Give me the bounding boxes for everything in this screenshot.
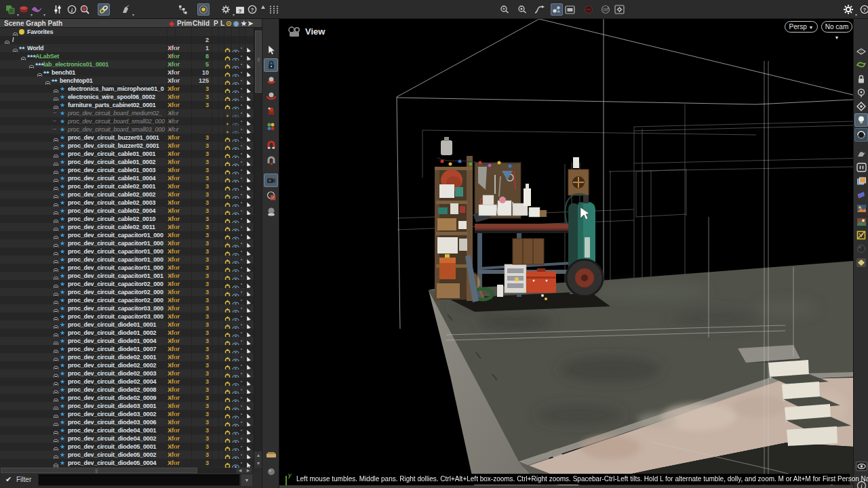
hand2-icon[interactable]: [854, 147, 868, 161]
tree-row[interactable]: ★proc_dev_circuit_cable02_0003Xfor3: [0, 199, 254, 207]
prim-name[interactable]: proc_dev_circuit_diode03_0002: [68, 410, 165, 418]
tree-row[interactable]: ★proc_dev_circuit_diode01_0007Xfor3: [0, 345, 254, 353]
prim-name[interactable]: furniture_parts_cabinet02_0001: [68, 101, 165, 109]
star-dot-icon[interactable]: [241, 218, 242, 220]
star-dot-icon[interactable]: [241, 446, 242, 447]
tree-row[interactable]: ★proc_dev_circuit_diode04_0002Xfor3: [0, 434, 254, 443]
image2-icon[interactable]: [854, 215, 868, 228]
nvidia-icon[interactable]: [854, 58, 868, 72]
tree-row[interactable]: ★electronics_wire_spool06_0002Xfor3: [0, 93, 254, 101]
prim-name[interactable]: World: [27, 44, 165, 52]
tree-row[interactable]: ★proc_dev_circuit_diode03_0001Xfor3: [0, 402, 254, 410]
cam-ring-icon[interactable]: [599, 3, 612, 16]
star-dot-icon[interactable]: [241, 267, 242, 268]
col-prim[interactable]: Prim: [177, 19, 192, 28]
prim-name[interactable]: proc_dev_circuit_capacitor02_000: [68, 288, 165, 296]
star-dot-icon[interactable]: [241, 275, 242, 277]
tree-row[interactable]: ★proc_dev_circuit_capacitor01_000Xfor3: [0, 247, 254, 256]
star-dot-icon[interactable]: [241, 413, 242, 415]
star-dot-icon[interactable]: [241, 405, 242, 407]
prim-name[interactable]: proc_dev_circuit_capacitor01_000: [68, 247, 165, 256]
tree-row[interactable]: ★★★ALabSet◆Xfor8: [0, 52, 254, 60]
prim-name[interactable]: benchtop01: [60, 77, 165, 85]
tree-row[interactable]: ★furniture_parts_cabinet02_0001Xfor3: [0, 101, 254, 109]
scene-cubes-icon[interactable]: ▾: [4, 3, 16, 16]
tree-row[interactable]: ★proc_dev_circuit_capacitor03_000Xfor3: [0, 312, 254, 321]
gear-icon[interactable]: ▾: [220, 3, 232, 16]
eye-column-icon[interactable]: ◉: [233, 19, 239, 28]
link-icon[interactable]: [98, 3, 110, 16]
filter-dropdown-button[interactable]: ▼: [241, 474, 252, 486]
tree-row[interactable]: ★proc_dev_circuit_cable02_0002Xfor3: [0, 190, 254, 199]
search-red-icon[interactable]: [79, 3, 91, 16]
tree-row[interactable]: ★★bench01Xfor10: [0, 68, 254, 77]
orbit-icon[interactable]: [854, 128, 868, 142]
star-dot-icon[interactable]: [241, 324, 242, 325]
tree-row[interactable]: ★proc_dev_circuit_diode02_0008Xfor3: [0, 386, 254, 394]
col-child[interactable]: Child: [193, 19, 210, 28]
screen-box-icon[interactable]: [564, 3, 576, 16]
tree-row[interactable]: ★proc_dev_circuit_capacitor01_000Xfor3: [0, 264, 254, 272]
tree-row[interactable]: ★proc_dev_circuit_cable01_0002Xfor3: [0, 158, 254, 166]
box-question-icon[interactable]: ?: [234, 3, 246, 16]
question-icon[interactable]: ?: [246, 3, 258, 16]
tree-row[interactable]: ★proc_dev_circuit_buzzer01_0001Xfor3: [0, 134, 254, 142]
prim-name[interactable]: proc_dev_circuit_board_small02_000: [68, 117, 165, 125]
star-dot-icon[interactable]: [241, 145, 242, 146]
star-dot-icon[interactable]: [241, 332, 242, 333]
prim-name[interactable]: ALabSet: [35, 52, 165, 60]
tree-row[interactable]: ★proc_dev_circuit_cable02_0011Xfor3: [0, 223, 254, 231]
tree-row[interactable]: –★proc_dev_circuit_board_medium02_Xfor: [0, 109, 254, 117]
star-dot-icon[interactable]: [241, 226, 242, 228]
star-dot-icon[interactable]: [241, 210, 242, 211]
prim-name[interactable]: proc_dev_circuit_cable01_0004: [68, 174, 165, 182]
tree-row[interactable]: ★proc_dev_circuit_diode01_0001Xfor3: [0, 321, 254, 329]
star-dot-icon[interactable]: [241, 365, 242, 366]
tree-row[interactable]: ★proc_dev_circuit_cable02_0001Xfor3: [0, 182, 254, 190]
tree-row[interactable]: ★proc_dev_circuit_diode02_0001Xfor3: [0, 353, 254, 361]
tree-row[interactable]: ★proc_dev_circuit_diode05_0001Xfor3: [0, 443, 254, 451]
tree-row[interactable]: ★proc_dev_circuit_capacitor02_000Xfor3: [0, 296, 254, 304]
snap-cam-icon[interactable]: [264, 174, 278, 187]
expander-icon[interactable]: [53, 460, 59, 468]
prim-name[interactable]: proc_dev_circuit_diode04_0002: [68, 434, 165, 443]
star-dot-icon[interactable]: [241, 137, 242, 138]
layers-red-icon[interactable]: ▾: [18, 3, 30, 16]
star-dot-icon[interactable]: [241, 291, 242, 293]
prim-name[interactable]: proc_dev_circuit_buzzer02_0001: [68, 142, 165, 150]
camera-dropdown[interactable]: No cam ▼: [821, 21, 852, 33]
col-p[interactable]: P: [214, 19, 218, 28]
star-dot-icon[interactable]: [241, 259, 242, 260]
prim-name[interactable]: proc_dev_circuit_board_medium02_: [68, 109, 165, 117]
star-dot-icon[interactable]: [241, 381, 242, 382]
prim-name[interactable]: proc_dev_circuit_capacitor02_000: [68, 280, 165, 288]
pause-box-icon[interactable]: [854, 161, 868, 174]
tree-row[interactable]: ★proc_dev_circuit_diode02_0002Xfor3: [0, 361, 254, 369]
star-dot-icon[interactable]: [241, 169, 242, 171]
iris-icon[interactable]: [197, 3, 210, 16]
prim-name[interactable]: proc_dev_circuit_diode05_0001: [68, 443, 165, 451]
tree-row[interactable]: ★proc_dev_circuit_diode02_0009Xfor3: [0, 394, 254, 402]
star-dot-icon[interactable]: [241, 64, 242, 65]
filter-input[interactable]: [38, 474, 240, 486]
star-dot-icon[interactable]: [241, 56, 242, 57]
lock2-icon[interactable]: [854, 73, 868, 86]
prim-name[interactable]: proc_dev_circuit_cable02_0011: [68, 223, 165, 231]
tree-row[interactable]: ★proc_dev_circuit_capacitor01_000Xfor3: [0, 231, 254, 239]
star-dot-icon[interactable]: [241, 438, 242, 439]
viewport-3d[interactable]: [279, 19, 853, 488]
prim-name[interactable]: proc_dev_circuit_cable01_0002: [68, 158, 165, 166]
flat-diamond-icon[interactable]: [854, 45, 868, 58]
prim-name[interactable]: proc_dev_circuit_cable02_0004: [68, 207, 165, 215]
tree-row[interactable]: ★proc_dev_circuit_capacitor02_000Xfor3: [0, 288, 254, 296]
molecules-icon[interactable]: [551, 3, 563, 16]
magnet-star-icon[interactable]: ★: [264, 154, 278, 167]
tree-row[interactable]: ★proc_dev_circuit_buzzer02_0001Xfor3: [0, 142, 254, 150]
star-dot-icon[interactable]: [241, 96, 242, 98]
dots-grid-icon[interactable]: [268, 3, 280, 16]
star-dot-icon[interactable]: [241, 300, 242, 301]
scroll-right-button[interactable]: ▶: [244, 468, 252, 473]
pose-multi-icon[interactable]: [264, 120, 278, 134]
arrow-tool-icon[interactable]: [264, 43, 278, 57]
hand-pen-icon[interactable]: ▾: [119, 3, 132, 16]
